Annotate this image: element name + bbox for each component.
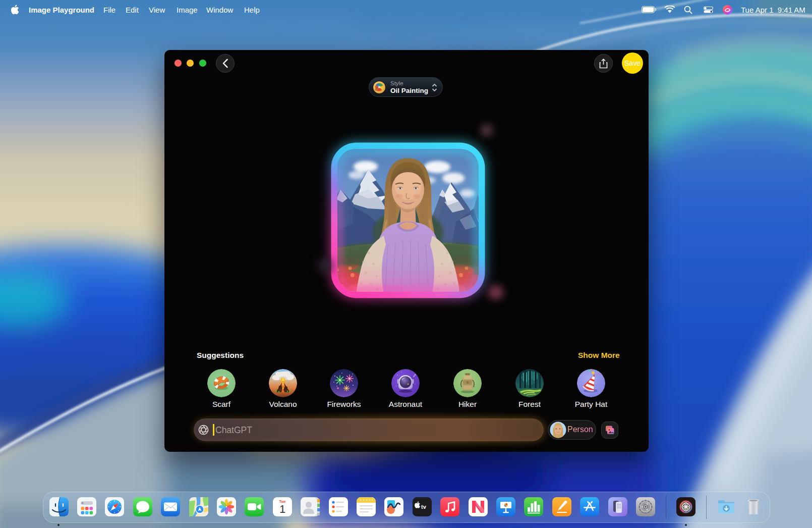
svg-text:tv: tv (421, 504, 427, 510)
svg-text:1: 1 (279, 503, 285, 515)
